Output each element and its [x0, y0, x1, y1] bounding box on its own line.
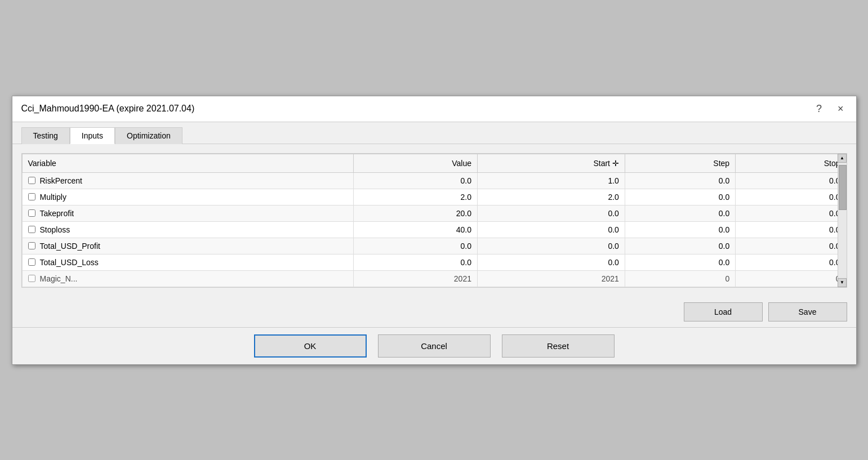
start-cell: 0.0: [477, 254, 625, 270]
value-cell: 0.0: [354, 172, 478, 189]
row-checkbox[interactable]: [28, 193, 35, 200]
scroll-up-arrow[interactable]: ▲: [838, 154, 847, 163]
help-button[interactable]: ?: [813, 102, 825, 116]
close-button[interactable]: ×: [834, 102, 847, 116]
stop-cell: 0.0: [736, 221, 846, 238]
variable-cell: Stoploss: [22, 221, 354, 238]
table-row: RiskPercent0.01.00.00.0: [22, 172, 846, 189]
row-checkbox[interactable]: [28, 275, 35, 282]
step-cell: 0.0: [625, 189, 735, 205]
variable-name: Takeprofit: [40, 209, 74, 218]
load-save-area: Load Save: [12, 297, 856, 327]
row-checkbox[interactable]: [28, 258, 35, 266]
table-header-row: Variable Value Start ✛ Step Stop: [22, 154, 846, 172]
variable-name: RiskPercent: [40, 176, 82, 185]
variable-name: Total_USD_Profit: [40, 242, 100, 251]
scroll-down-arrow[interactable]: ▼: [838, 278, 847, 287]
variable-name: Stoploss: [40, 225, 70, 234]
variable-name: Total_USD_Loss: [40, 258, 99, 267]
tab-inputs[interactable]: Inputs: [70, 127, 115, 144]
table-row: Magic_N...2021202100: [22, 270, 846, 287]
start-cell: 1.0: [477, 172, 625, 189]
cancel-button[interactable]: Cancel: [378, 334, 491, 358]
table-row: Stoploss40.00.00.00.0: [22, 221, 846, 238]
variable-cell: Multiply: [22, 189, 354, 205]
variable-name: Magic_N...: [40, 274, 78, 283]
scrollbar[interactable]: ▲ ▼: [838, 154, 847, 287]
start-cell: 0.0: [477, 221, 625, 238]
col-value: Value: [354, 154, 478, 172]
step-cell: 0.0: [625, 254, 735, 270]
step-cell: 0.0: [625, 205, 735, 221]
tab-optimization[interactable]: Optimization: [115, 127, 182, 144]
stop-cell: 0.0: [736, 205, 846, 221]
table-row: Multiply2.02.00.00.0: [22, 189, 846, 205]
row-checkbox[interactable]: [28, 177, 35, 184]
value-cell: 40.0: [354, 221, 478, 238]
value-cell: 2021: [354, 270, 478, 287]
col-stop: Stop: [736, 154, 846, 172]
row-checkbox[interactable]: [28, 209, 35, 217]
scroll-track[interactable]: [838, 163, 847, 278]
stop-cell: 0: [736, 270, 846, 287]
value-cell: 0.0: [354, 254, 478, 270]
step-cell: 0.0: [625, 172, 735, 189]
stop-cell: 0.0: [736, 254, 846, 270]
params-table: Variable Value Start ✛ Step Stop RiskPer…: [22, 154, 847, 287]
step-cell: 0.0: [625, 238, 735, 254]
start-cell: 0.0: [477, 238, 625, 254]
start-cell: 2021: [477, 270, 625, 287]
tab-content: Variable Value Start ✛ Step Stop RiskPer…: [12, 144, 856, 297]
ok-button[interactable]: OK: [254, 334, 367, 358]
variable-name: Multiply: [40, 193, 66, 202]
variable-cell: Total_USD_Profit: [22, 238, 354, 254]
variable-cell: RiskPercent: [22, 172, 354, 189]
variable-cell: Total_USD_Loss: [22, 254, 354, 270]
variable-cell: Magic_N...: [22, 270, 354, 287]
variable-cell: Takeprofit: [22, 205, 354, 221]
step-cell: 0.0: [625, 221, 735, 238]
table-row: Total_USD_Profit0.00.00.00.0: [22, 238, 846, 254]
dialog-window: Cci_Mahmoud1990-EA (expire 2021.07.04) ?…: [12, 96, 857, 365]
title-bar: Cci_Mahmoud1990-EA (expire 2021.07.04) ?…: [12, 96, 856, 122]
start-cell: 0.0: [477, 205, 625, 221]
step-cell: 0: [625, 270, 735, 287]
value-cell: 2.0: [354, 189, 478, 205]
tab-testing[interactable]: Testing: [21, 127, 70, 144]
stop-cell: 0.0: [736, 189, 846, 205]
col-variable: Variable: [22, 154, 354, 172]
start-cell: 2.0: [477, 189, 625, 205]
save-button[interactable]: Save: [768, 302, 847, 321]
col-start: Start ✛: [477, 154, 625, 172]
stop-cell: 0.0: [736, 238, 846, 254]
footer-buttons: OK Cancel Reset: [12, 327, 856, 364]
load-button[interactable]: Load: [684, 302, 763, 321]
row-checkbox[interactable]: [28, 226, 35, 233]
scroll-thumb[interactable]: [839, 165, 847, 210]
tab-bar: Testing Inputs Optimization: [12, 122, 856, 144]
table-row: Total_USD_Loss0.00.00.00.0: [22, 254, 846, 270]
stop-cell: 0.0: [736, 172, 846, 189]
params-table-container: Variable Value Start ✛ Step Stop RiskPer…: [21, 153, 847, 288]
col-step: Step: [625, 154, 735, 172]
row-checkbox[interactable]: [28, 242, 35, 249]
window-title: Cci_Mahmoud1990-EA (expire 2021.07.04): [21, 104, 195, 114]
value-cell: 0.0: [354, 238, 478, 254]
table-row: Takeprofit20.00.00.00.0: [22, 205, 846, 221]
value-cell: 20.0: [354, 205, 478, 221]
title-bar-controls: ? ×: [813, 102, 847, 116]
reset-button[interactable]: Reset: [502, 334, 615, 358]
